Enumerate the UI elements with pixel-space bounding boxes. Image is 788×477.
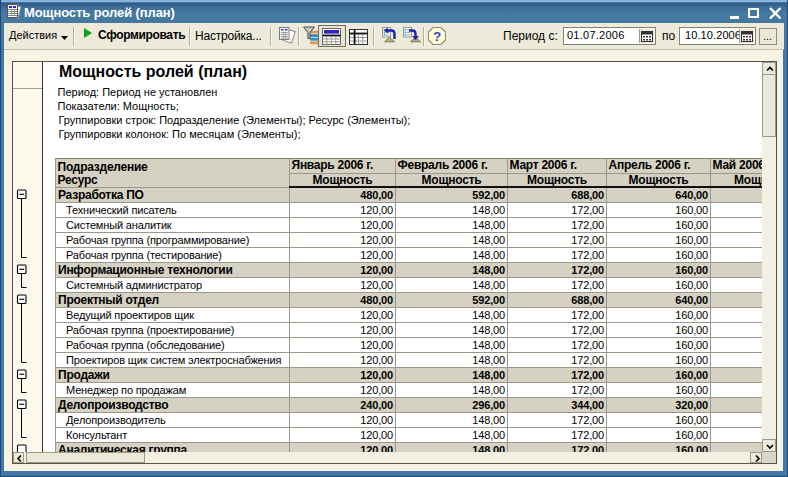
svg-text:?: ? [433, 28, 441, 43]
